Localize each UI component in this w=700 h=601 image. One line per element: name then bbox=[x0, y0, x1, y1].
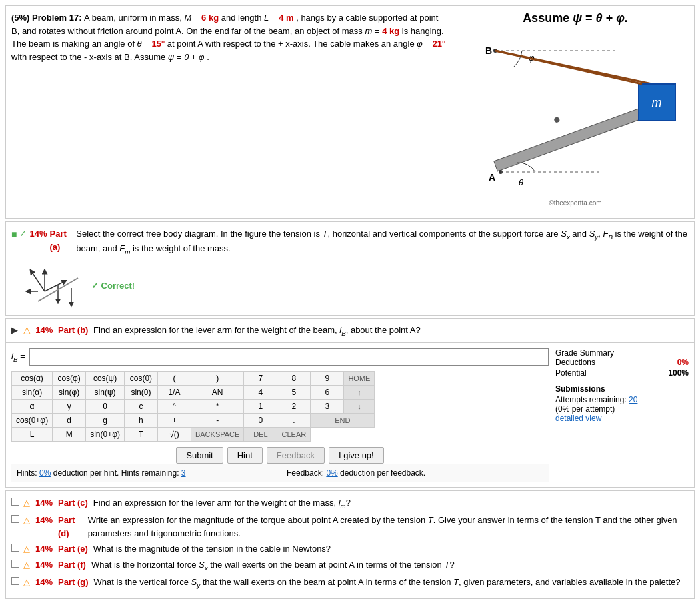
key-7[interactable]: 7 bbox=[244, 372, 277, 386]
key-sqrt[interactable]: √() bbox=[157, 428, 191, 442]
key-sin-theta[interactable]: sin(θ) bbox=[124, 386, 157, 400]
key-d[interactable]: d bbox=[53, 414, 86, 428]
key-3[interactable]: 3 bbox=[311, 400, 344, 414]
part-c-warning: △ bbox=[23, 496, 30, 510]
submissions-section: Submissions Attempts remaining: 20 (0% p… bbox=[555, 384, 689, 423]
key-del[interactable]: DEL bbox=[244, 428, 277, 442]
key-1[interactable]: 1 bbox=[244, 400, 277, 414]
key-clear[interactable]: CLEAR bbox=[277, 428, 311, 442]
key-cos-alpha[interactable]: cos(α) bbox=[12, 372, 53, 386]
problem-title: Problem 17: bbox=[32, 13, 84, 23]
key-5[interactable]: 5 bbox=[277, 386, 311, 400]
part-g-warning: △ bbox=[23, 576, 30, 589]
attempts-row: Attempts remaining: 20 bbox=[555, 395, 689, 404]
potential-label: Potential bbox=[555, 368, 587, 378]
key-close-paren[interactable]: ) bbox=[191, 372, 243, 386]
grade-summary-title: Grade Summary bbox=[555, 348, 689, 358]
part-f-checkbox bbox=[11, 560, 19, 568]
hint-button[interactable]: Hint bbox=[227, 447, 263, 464]
key-theta[interactable]: θ bbox=[86, 400, 125, 414]
part-b-warning-icon: △ bbox=[23, 324, 31, 335]
key-minus[interactable]: - bbox=[191, 414, 243, 428]
key-2[interactable]: 2 bbox=[277, 400, 311, 414]
action-buttons: Submit Hint Feedback I give up! bbox=[11, 447, 549, 464]
part-f-label: Part (f) bbox=[58, 558, 86, 572]
key-end[interactable]: END bbox=[311, 414, 375, 428]
svg-text:©theexpertta.com: ©theexpertta.com bbox=[549, 199, 601, 207]
feedback-percent[interactable]: 0% bbox=[326, 468, 337, 478]
key-cos-theta-phi[interactable]: cos(θ+φ) bbox=[12, 414, 53, 428]
part-e-checkbox bbox=[11, 544, 19, 552]
part-d-description: Write an expression for the magnitude of… bbox=[88, 514, 689, 540]
input-label: lB = bbox=[11, 351, 25, 363]
key-cos-psi[interactable]: cos(ψ) bbox=[86, 372, 125, 386]
key-sin-alpha[interactable]: sin(α) bbox=[12, 386, 53, 400]
part-b-label: Part (b) bbox=[58, 325, 89, 335]
part-a-content: ✓ Correct! bbox=[11, 261, 689, 310]
key-T[interactable]: T bbox=[124, 428, 157, 442]
part-d-warning: △ bbox=[23, 514, 30, 527]
part-b-section: ▶ △ 14% Part (b) Find an expression for … bbox=[5, 318, 695, 488]
hints-deduction-text: deduction per hint. Hints remaining: bbox=[53, 468, 181, 478]
part-b-content: lB = cos(α) cos(φ) cos(ψ) cos(θ) ( ) 7 8 bbox=[6, 343, 694, 487]
key-9[interactable]: 9 bbox=[311, 372, 344, 386]
key-plus[interactable]: + bbox=[157, 414, 191, 428]
hints-percent[interactable]: 0% bbox=[39, 468, 51, 478]
key-g[interactable]: g bbox=[86, 414, 125, 428]
part-a-percent: 14% bbox=[29, 227, 47, 241]
part-a-description: Select the correct free body diagram. In… bbox=[76, 227, 689, 257]
key-6[interactable]: 6 bbox=[311, 386, 344, 400]
key-8[interactable]: 8 bbox=[277, 372, 311, 386]
key-open-paren[interactable]: ( bbox=[157, 372, 191, 386]
svg-text:m: m bbox=[652, 96, 662, 109]
bottom-parts: △ 14% Part (c) Find an expression for th… bbox=[5, 490, 695, 599]
key-caret[interactable]: ^ bbox=[157, 400, 191, 414]
part-g-description: What is the vertical force Sy that the w… bbox=[94, 576, 681, 590]
key-backspace[interactable]: BACKSPACE bbox=[191, 428, 243, 442]
key-c[interactable]: c bbox=[124, 400, 157, 414]
key-dot[interactable]: . bbox=[277, 414, 311, 428]
key-down[interactable]: ↓ bbox=[344, 400, 375, 414]
key-up[interactable]: ↑ bbox=[344, 386, 375, 400]
part-e-row: △ 14% Part (e) What is the magnitude of … bbox=[11, 542, 689, 556]
key-0[interactable]: 0 bbox=[244, 414, 277, 428]
feedback-button[interactable]: Feedback bbox=[267, 447, 325, 464]
deductions-row: Deductions 0% bbox=[555, 358, 689, 367]
submit-button[interactable]: Submit bbox=[176, 447, 223, 464]
key-M[interactable]: M bbox=[53, 428, 86, 442]
key-1-over-a[interactable]: 1/A bbox=[157, 386, 191, 400]
part-e-warning: △ bbox=[23, 542, 30, 556]
hints-remaining[interactable]: 3 bbox=[181, 468, 186, 478]
key-asterisk[interactable]: * bbox=[191, 400, 243, 414]
part-f-percent: 14% bbox=[35, 558, 53, 572]
key-gamma[interactable]: γ bbox=[53, 400, 86, 414]
key-an[interactable]: AN bbox=[191, 386, 243, 400]
svg-rect-1 bbox=[494, 107, 648, 171]
attempts-value[interactable]: 20 bbox=[629, 395, 637, 404]
key-cos-phi[interactable]: cos(φ) bbox=[53, 372, 86, 386]
key-alpha[interactable]: α bbox=[12, 400, 53, 414]
part-a-checkbox: ■ bbox=[11, 227, 17, 241]
key-cos-theta[interactable]: cos(θ) bbox=[124, 372, 157, 386]
problem-percent: (5%) bbox=[11, 13, 32, 23]
detailed-view-link[interactable]: detailed view bbox=[555, 414, 601, 423]
problem-diagram: Assume ψ = θ + φ. B bbox=[462, 11, 689, 213]
answer-input[interactable] bbox=[29, 348, 549, 366]
key-h[interactable]: h bbox=[124, 414, 157, 428]
key-sin-phi[interactable]: sin(φ) bbox=[53, 386, 86, 400]
potential-value: 100% bbox=[668, 368, 689, 378]
key-home[interactable]: HOME bbox=[344, 372, 375, 386]
part-c-checkbox bbox=[11, 498, 19, 506]
give-up-button[interactable]: I give up! bbox=[329, 447, 384, 464]
part-b-percent: 14% bbox=[35, 325, 53, 335]
feedback-label: Feedback: bbox=[287, 468, 326, 478]
key-sin-theta-phi[interactable]: sin(θ+φ) bbox=[86, 428, 125, 442]
deductions-value: 0% bbox=[677, 358, 689, 367]
feedback-deduction-text: deduction per feedback. bbox=[340, 468, 425, 478]
beam-diagram: B A φ θ m bbox=[469, 31, 682, 211]
part-d-checkbox bbox=[11, 515, 19, 523]
key-sin-psi[interactable]: sin(ψ) bbox=[86, 386, 125, 400]
key-4[interactable]: 4 bbox=[244, 386, 277, 400]
key-L[interactable]: L bbox=[12, 428, 53, 442]
correct-label: ✓ Correct! bbox=[91, 281, 135, 291]
